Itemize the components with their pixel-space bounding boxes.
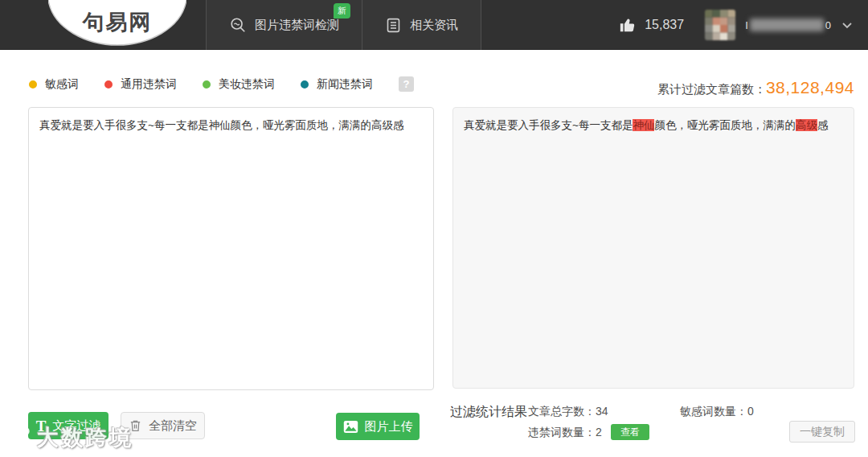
highlighted-banned-word: 高级 bbox=[796, 119, 817, 131]
username-visible-prefix: I bbox=[745, 19, 748, 31]
likes-count: 15,837 bbox=[645, 18, 684, 32]
stats-title: 过滤统计结果 bbox=[450, 404, 527, 421]
main-nav: 图片违禁词检测 新 相关资讯 bbox=[206, 0, 481, 50]
nav-item-related-news[interactable]: 相关资讯 bbox=[362, 0, 481, 50]
stat-banned-count: 违禁词数量：2 bbox=[528, 426, 602, 440]
image-icon bbox=[343, 420, 358, 434]
legend-label: 通用违禁词 bbox=[121, 77, 177, 92]
view-banned-words-button[interactable]: 查看 bbox=[611, 424, 649, 440]
copy-all-button[interactable]: 一键复制 bbox=[789, 421, 855, 443]
chevron-down-icon[interactable] bbox=[841, 19, 854, 31]
header-right: 15,837 I 0 bbox=[619, 0, 854, 50]
trash-icon bbox=[129, 418, 142, 433]
news-document-icon bbox=[385, 17, 402, 34]
username-visible-suffix: 0 bbox=[825, 19, 831, 31]
stat-total-chars: 文章总字数：34 bbox=[528, 405, 608, 419]
help-button[interactable]: ? bbox=[399, 76, 414, 92]
counter-value: 38,128,494 bbox=[766, 78, 854, 97]
counter-label: 累计过滤文章篇数： bbox=[657, 82, 766, 97]
nav-item-image-banned-word-check[interactable]: 图片违禁词检测 新 bbox=[206, 0, 362, 50]
image-search-icon bbox=[229, 16, 247, 34]
stat-sensitive-count: 敏感词数量：0 bbox=[680, 405, 754, 419]
filter-result-panel: 真爱就是要入手很多支~每一支都是神仙颜色，哑光雾面质地，满满的高级感 bbox=[452, 107, 854, 389]
username[interactable]: I 0 bbox=[745, 19, 831, 31]
filtered-articles-counter: 累计过滤文章篇数： 38,128,494 bbox=[657, 78, 854, 97]
result-text-segment: 真爱就是要入手很多支~每一支都是 bbox=[464, 119, 633, 131]
nav-item-label: 图片违禁词检测 bbox=[255, 18, 339, 33]
word-type-legend: 敏感词 通用违禁词 美妆违禁词 新闻违禁词 ? bbox=[29, 76, 414, 92]
text-input-area[interactable] bbox=[28, 107, 434, 390]
nav-item-label: 相关资讯 bbox=[410, 18, 458, 33]
site-logo[interactable]: 句易网 bbox=[48, 0, 186, 47]
sensitive-word-dot bbox=[29, 80, 37, 89]
legend-item-beauty-banned: 美妆违禁词 bbox=[203, 77, 275, 92]
filter-text-button[interactable]: T 文字过滤 bbox=[28, 412, 108, 439]
beauty-banned-word-dot bbox=[203, 80, 211, 89]
result-text-segment: 感 bbox=[817, 119, 829, 131]
thumbs-up-icon bbox=[619, 16, 637, 34]
news-banned-word-dot bbox=[301, 80, 309, 89]
username-redacted bbox=[750, 19, 824, 31]
avatar[interactable] bbox=[705, 10, 735, 40]
upload-button-label: 图片上传 bbox=[365, 419, 413, 434]
legend-label: 美妆违禁词 bbox=[219, 77, 275, 92]
clear-all-button[interactable]: 全部清空 bbox=[121, 412, 205, 439]
likes-counter[interactable]: 15,837 bbox=[619, 16, 684, 34]
highlighted-banned-word: 神仙 bbox=[633, 119, 654, 131]
new-badge: 新 bbox=[334, 3, 350, 19]
clear-button-label: 全部清空 bbox=[149, 418, 197, 434]
legend-item-news-banned: 新闻违禁词 bbox=[301, 77, 373, 92]
legend-item-general-banned: 通用违禁词 bbox=[104, 77, 177, 92]
legend-label: 新闻违禁词 bbox=[317, 77, 373, 92]
logo-text: 句易网 bbox=[48, 8, 186, 37]
legend-label: 敏感词 bbox=[45, 77, 79, 92]
result-text-segment: 颜色，哑光雾面质地，满满的 bbox=[654, 119, 796, 131]
filter-button-label: 文字过滤 bbox=[52, 418, 100, 434]
general-banned-word-dot bbox=[104, 80, 113, 89]
legend-item-sensitive: 敏感词 bbox=[29, 77, 79, 92]
top-header: 句易网 图片违禁词检测 新 相关资讯 bbox=[0, 0, 868, 50]
image-upload-button[interactable]: 图片上传 bbox=[336, 413, 420, 440]
text-filter-icon: T bbox=[36, 418, 47, 434]
